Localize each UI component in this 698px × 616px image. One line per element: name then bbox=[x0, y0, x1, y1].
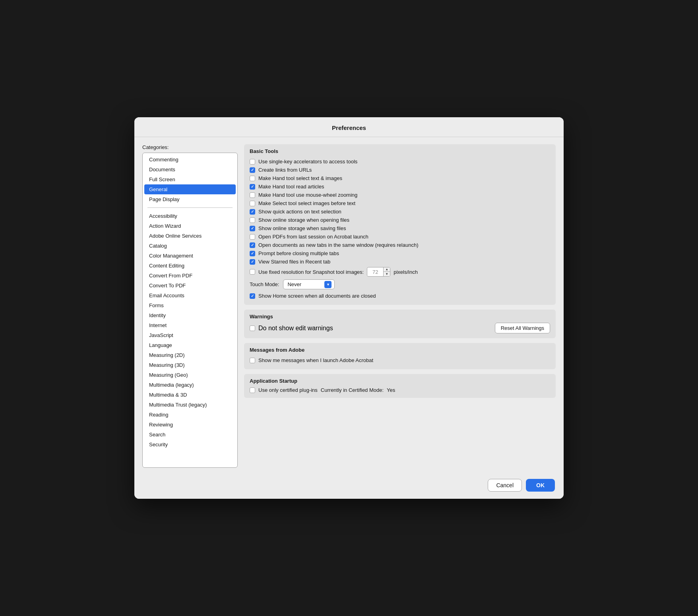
checkbox-show-home[interactable] bbox=[250, 293, 255, 299]
certified-row: Use only certified plug-ins Currently in… bbox=[250, 387, 550, 393]
touch-mode-select-wrapper: Never Always Automatic ▼ bbox=[283, 279, 335, 289]
sidebar-item-emailaccounts[interactable]: Email Accounts bbox=[143, 291, 237, 300]
checkbox-show-messages[interactable] bbox=[250, 358, 255, 363]
checkbox-online-open[interactable] bbox=[250, 217, 255, 223]
setting-open-last: Open PDFs from last session on Acrobat l… bbox=[250, 232, 550, 241]
sidebar-item-search[interactable]: Search bbox=[143, 430, 237, 440]
sidebar-item-catalog[interactable]: Catalog bbox=[143, 241, 237, 251]
show-messages-label: Show me messages when I launch Adobe Acr… bbox=[258, 357, 373, 363]
messages-title: Messages from Adobe bbox=[250, 347, 550, 353]
setting-prompt-close: Prompt before closing multiple tabs bbox=[250, 249, 550, 258]
sidebar-item-convertfrom[interactable]: Convert From PDF bbox=[143, 271, 237, 281]
sidebar-item-measuring3d[interactable]: Measuring (3D) bbox=[143, 360, 237, 370]
sidebar-item-multimedialegacy[interactable]: Multimedia (legacy) bbox=[143, 380, 237, 390]
setting-single-key: Use single-key accelerators to access to… bbox=[250, 157, 550, 166]
cancel-button[interactable]: Cancel bbox=[488, 479, 522, 492]
checkbox-prompt-close[interactable] bbox=[250, 251, 255, 256]
reset-warnings-button[interactable]: Reset All Warnings bbox=[495, 323, 550, 333]
checkbox-no-warnings[interactable] bbox=[250, 325, 255, 331]
setting-online-save: Show online storage when saving files bbox=[250, 224, 550, 232]
dialog-body: Categories: Commenting Documents Full Sc… bbox=[134, 137, 564, 474]
checkbox-certified[interactable] bbox=[250, 387, 255, 393]
setting-create-links: Create links from URLs bbox=[250, 166, 550, 174]
sidebar-item-javascript[interactable]: JavaScript bbox=[143, 330, 237, 340]
checkbox-quick-actions[interactable] bbox=[250, 209, 255, 215]
sidebar-item-multimediatrust[interactable]: Multimedia Trust (legacy) bbox=[143, 400, 237, 410]
checkbox-select-images[interactable] bbox=[250, 201, 255, 206]
sidebar-item-documents[interactable]: Documents bbox=[143, 165, 237, 174]
sidebar-item-measuringgeo[interactable]: Measuring (Geo) bbox=[143, 370, 237, 380]
basic-tools-section: Basic Tools Use single-key accelerators … bbox=[244, 144, 556, 305]
warnings-section: Warnings Do not show edit warnings Reset… bbox=[244, 310, 556, 338]
pixels-label: pixels/inch bbox=[394, 269, 418, 275]
sidebar-item-adobeonline[interactable]: Adobe Online Services bbox=[143, 231, 237, 241]
checkbox-open-last[interactable] bbox=[250, 234, 255, 240]
setting-online-open: Show online storage when opening files bbox=[250, 216, 550, 224]
snapshot-stepper: ▲ ▼ bbox=[383, 267, 390, 276]
stepper-up-button[interactable]: ▲ bbox=[384, 267, 390, 272]
sidebar-item-measuring2d[interactable]: Measuring (2D) bbox=[143, 350, 237, 360]
category-group-bottom: Accessibility Action Wizard Adobe Online… bbox=[143, 209, 237, 451]
sidebar-item-contentediting[interactable]: Content Editing bbox=[143, 261, 237, 271]
sidebar-item-internet[interactable]: Internet bbox=[143, 320, 237, 330]
no-warnings-label: Do not show edit warnings bbox=[258, 325, 333, 332]
checkbox-hand-articles[interactable] bbox=[250, 184, 255, 190]
touch-mode-label: Touch Mode: bbox=[250, 281, 279, 287]
setting-hand-text: Make Hand tool select text & images bbox=[250, 174, 550, 182]
sidebar-item-pagedisplay[interactable]: Page Display bbox=[143, 194, 237, 204]
dialog-title: Preferences bbox=[134, 117, 564, 137]
stepper-down-button[interactable]: ▼ bbox=[384, 272, 390, 276]
setting-hand-zoom: Make Hand tool use mouse-wheel zooming bbox=[250, 191, 550, 199]
certified-mode-value: Yes bbox=[387, 387, 395, 393]
setting-new-tabs: Open documents as new tabs in the same w… bbox=[250, 241, 550, 249]
messages-section: Messages from Adobe Show me messages whe… bbox=[244, 343, 556, 369]
categories-panel: Categories: Commenting Documents Full Sc… bbox=[142, 144, 238, 468]
setting-quick-actions: Show quick actions on text selection bbox=[250, 207, 550, 216]
categories-label: Categories: bbox=[142, 144, 238, 150]
setting-snapshot: Use fixed resolution for Snapshot tool i… bbox=[250, 266, 550, 278]
sidebar-item-identity[interactable]: Identity bbox=[143, 310, 237, 320]
warnings-row: Do not show edit warnings Reset All Warn… bbox=[250, 323, 550, 333]
checkbox-online-save[interactable] bbox=[250, 226, 255, 231]
checkbox-snapshot[interactable] bbox=[250, 269, 255, 275]
setting-show-home: Show Home screen when all documents are … bbox=[250, 292, 550, 300]
category-group-top: Commenting Documents Full Screen General… bbox=[143, 153, 237, 206]
touch-mode-select[interactable]: Never Always Automatic bbox=[283, 279, 335, 289]
checkbox-hand-text[interactable] bbox=[250, 176, 255, 181]
sidebar-item-forms[interactable]: Forms bbox=[143, 300, 237, 310]
warnings-title: Warnings bbox=[250, 314, 550, 320]
setting-hand-articles: Make Hand tool read articles bbox=[250, 182, 550, 191]
sidebar-item-security[interactable]: Security bbox=[143, 440, 237, 449]
touch-mode-row: Touch Mode: Never Always Automatic ▼ bbox=[250, 279, 550, 289]
checkbox-hand-zoom[interactable] bbox=[250, 192, 255, 198]
sidebar-item-multimedia3d[interactable]: Multimedia & 3D bbox=[143, 390, 237, 400]
sidebar-item-colormgmt[interactable]: Color Management bbox=[143, 251, 237, 261]
dialog-footer: Cancel OK bbox=[134, 474, 564, 499]
snapshot-input-wrapper: ▲ ▼ bbox=[367, 267, 390, 277]
category-list[interactable]: Commenting Documents Full Screen General… bbox=[142, 153, 238, 468]
sidebar-item-convertto[interactable]: Convert To PDF bbox=[143, 281, 237, 291]
checkbox-new-tabs[interactable] bbox=[250, 242, 255, 248]
ok-button[interactable]: OK bbox=[526, 479, 555, 492]
sidebar-item-commenting[interactable]: Commenting bbox=[143, 155, 237, 165]
sidebar-item-fullscreen[interactable]: Full Screen bbox=[143, 174, 237, 184]
basic-tools-title: Basic Tools bbox=[250, 148, 550, 154]
setting-show-messages: Show me messages when I launch Adobe Acr… bbox=[250, 356, 550, 364]
snapshot-value-input[interactable] bbox=[367, 268, 383, 276]
sidebar-item-language[interactable]: Language bbox=[143, 340, 237, 350]
sidebar-item-reviewing[interactable]: Reviewing bbox=[143, 420, 237, 430]
sidebar-item-reading[interactable]: Reading bbox=[143, 410, 237, 420]
app-startup-section: Application Startup Use only certified p… bbox=[244, 374, 556, 398]
checkbox-view-starred[interactable] bbox=[250, 259, 255, 265]
setting-view-starred: View Starred files in Recent tab bbox=[250, 258, 550, 266]
title-text: Preferences bbox=[332, 124, 366, 131]
app-background: Preferences Categories: Commenting Docum… bbox=[0, 0, 698, 616]
certified-plugins-label: Use only certified plug-ins bbox=[258, 387, 318, 393]
app-startup-title: Application Startup bbox=[250, 378, 550, 384]
preferences-dialog: Preferences Categories: Commenting Docum… bbox=[134, 117, 564, 499]
sidebar-item-actionwizard[interactable]: Action Wizard bbox=[143, 221, 237, 231]
sidebar-item-accessibility[interactable]: Accessibility bbox=[143, 211, 237, 221]
checkbox-single-key[interactable] bbox=[250, 159, 255, 165]
sidebar-item-general[interactable]: General bbox=[144, 184, 236, 194]
checkbox-create-links[interactable] bbox=[250, 167, 255, 173]
